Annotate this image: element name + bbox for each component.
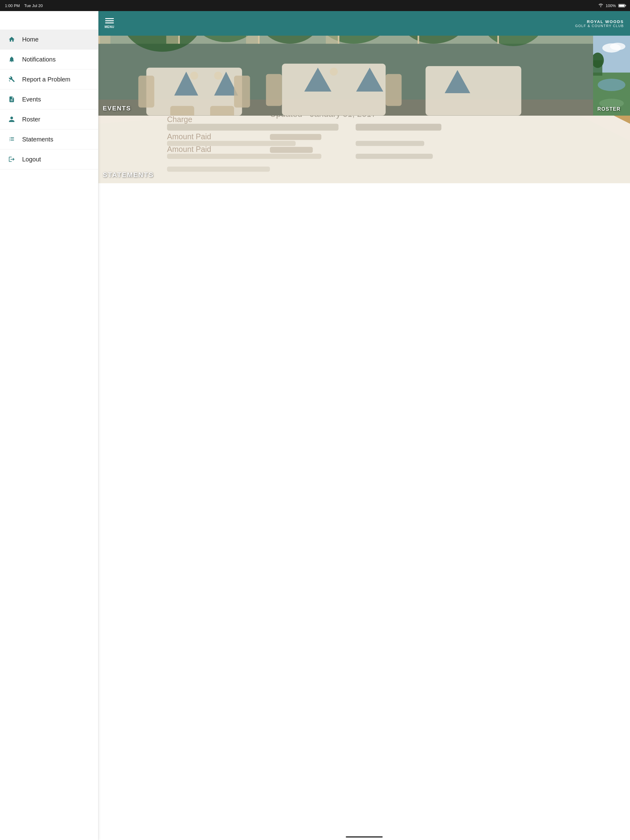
svg-rect-52	[356, 123, 442, 130]
sidebar-spacer	[0, 11, 98, 30]
top-bar: MENU ROYAL WOODS GOLF & COUNTRY CLUB	[98, 11, 630, 36]
svg-rect-14	[98, 36, 111, 44]
svg-rect-51	[167, 167, 270, 172]
svg-rect-31	[266, 74, 282, 106]
svg-point-34	[214, 72, 222, 80]
svg-rect-59	[270, 134, 321, 140]
sidebar-item-roster-label: Roster	[22, 116, 40, 123]
bell-icon	[7, 55, 16, 64]
svg-point-41	[598, 79, 625, 91]
svg-rect-32	[386, 74, 402, 106]
sidebar: Home Notifications Report a Problem	[0, 11, 98, 840]
sidebar-item-report-problem-label: Report a Problem	[22, 76, 70, 83]
home-icon	[7, 35, 16, 44]
menu-bar-2	[105, 20, 114, 21]
wifi-icon	[598, 3, 603, 8]
svg-text:Charge: Charge	[167, 115, 192, 123]
club-name-line2: GOLF & COUNTRY CLUB	[575, 24, 624, 28]
status-bar: 1:00 PM Tue Jul 20 100%	[0, 0, 630, 11]
sidebar-item-report-problem[interactable]: Report a Problem	[0, 69, 98, 90]
status-date: Tue Jul 20	[24, 3, 43, 8]
menu-bar-3	[105, 22, 114, 24]
document-icon	[7, 95, 16, 104]
status-time-date: 1:00 PM Tue Jul 20	[5, 3, 43, 8]
battery-icon	[618, 4, 625, 7]
sidebar-item-statements-label: Statements	[22, 136, 53, 143]
svg-point-35	[330, 68, 338, 76]
svg-rect-12	[418, 36, 419, 44]
sidebar-item-events-label: Events	[22, 96, 41, 103]
wrench-icon	[7, 75, 16, 84]
svg-text:Amount Paid: Amount Paid	[167, 145, 211, 153]
sidebar-item-notifications[interactable]: Notifications	[0, 49, 98, 69]
status-right: 100%	[598, 3, 625, 8]
tiles-row-top: EVENTS	[98, 36, 630, 115]
menu-button[interactable]: MENU	[104, 18, 114, 28]
menu-label: MENU	[104, 25, 114, 28]
svg-rect-50	[167, 154, 321, 159]
menu-bar-1	[105, 18, 114, 19]
statements-tile-label: STATEMENTS	[103, 171, 154, 179]
list-icon	[7, 135, 16, 144]
logout-icon	[7, 155, 16, 164]
svg-rect-21	[426, 66, 521, 115]
svg-rect-30	[210, 106, 234, 115]
club-name-line1: ROYAL WOODS	[575, 19, 624, 24]
events-tile[interactable]: EVENTS	[98, 36, 593, 115]
svg-rect-16	[246, 36, 258, 44]
svg-text:Updated - January 01, 2017: Updated - January 01, 2017	[270, 115, 376, 119]
svg-rect-48	[167, 123, 339, 130]
roster-tile-label: ROSTER	[597, 106, 621, 112]
sidebar-item-roster[interactable]: Roster	[0, 109, 98, 129]
main-content: MENU ROYAL WOODS GOLF & COUNTRY CLUB	[98, 11, 630, 840]
svg-rect-9	[178, 36, 180, 44]
svg-rect-15	[166, 36, 178, 44]
home-indicator-bar	[346, 836, 383, 838]
sidebar-item-home[interactable]: Home	[0, 30, 98, 49]
statements-tile[interactable]: Updated - January 01, 2017 Charge Amount…	[98, 115, 630, 183]
svg-rect-17	[326, 36, 338, 44]
sidebar-item-logout[interactable]: Logout	[0, 149, 98, 169]
person-icon	[7, 115, 16, 123]
status-time: 1:00 PM	[5, 3, 20, 8]
svg-rect-28	[234, 76, 250, 107]
svg-rect-53	[356, 141, 424, 146]
svg-rect-13	[497, 36, 499, 44]
roster-tile[interactable]: ROSTER	[593, 36, 630, 115]
app-container: Home Notifications Report a Problem	[0, 11, 630, 840]
svg-rect-11	[338, 36, 339, 44]
sidebar-item-notifications-label: Notifications	[22, 56, 56, 63]
svg-point-33	[190, 72, 198, 80]
club-title: ROYAL WOODS GOLF & COUNTRY CLUB	[575, 19, 624, 28]
home-indicator	[98, 834, 630, 840]
svg-point-39	[610, 43, 625, 50]
svg-rect-60	[270, 147, 313, 153]
svg-rect-54	[356, 154, 433, 159]
svg-rect-27	[138, 76, 154, 107]
sidebar-item-logout-label: Logout	[22, 156, 41, 163]
svg-rect-10	[258, 36, 260, 44]
statement-scene: Updated - January 01, 2017 Charge Amount…	[98, 115, 630, 183]
sidebar-item-home-label: Home	[22, 36, 38, 43]
sidebar-item-events[interactable]: Events	[0, 90, 98, 109]
battery-percentage: 100%	[606, 3, 616, 8]
svg-rect-29	[170, 106, 194, 115]
events-tile-label: EVENTS	[103, 105, 131, 112]
sidebar-item-statements[interactable]: Statements	[0, 129, 98, 149]
svg-text:Amount Paid: Amount Paid	[167, 132, 211, 141]
content-area: EVENTS	[98, 36, 630, 834]
